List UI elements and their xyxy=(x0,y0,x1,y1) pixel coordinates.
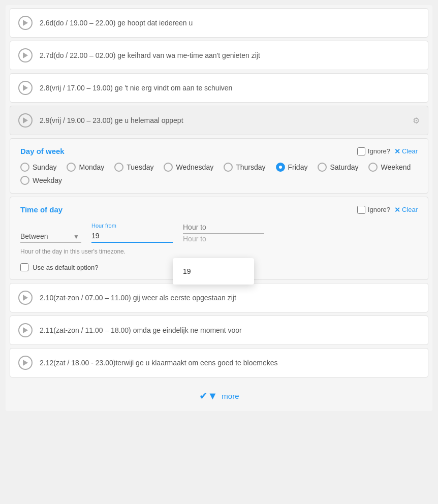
time-inputs-row: Between Before After ▼ Hour from 19 Hour… xyxy=(20,221,418,243)
time-clear-label: Clear xyxy=(402,206,418,213)
time-ignore-label[interactable]: Ignore? xyxy=(357,206,390,214)
list-item-item-2-7[interactable]: 2.7d(do / 22.00 – 02.00) ge keihard van … xyxy=(10,41,428,70)
hour-from-label: Hour from xyxy=(91,223,173,229)
hour-from-field: Hour from 19 xyxy=(91,223,173,243)
hour-from-input[interactable] xyxy=(91,230,173,243)
radio-sunday[interactable] xyxy=(20,163,29,172)
radio-weekday[interactable] xyxy=(20,176,29,185)
gear-icon[interactable]: ⚙ xyxy=(413,116,420,125)
time-of-day-title: Time of day xyxy=(20,205,357,214)
svg-marker-2 xyxy=(23,85,28,91)
list-item-item-2-8[interactable]: 2.8(vrij / 17.00 – 19.00) ge 't nie erg … xyxy=(10,73,428,103)
svg-marker-3 xyxy=(23,117,28,123)
play-icon xyxy=(18,356,33,370)
day-clear-button[interactable]: ✕ Clear xyxy=(394,147,418,155)
list-item-text: 2.8(vrij / 17.00 – 19.00) ge 't nie erg … xyxy=(40,84,420,92)
hour-to-field: Hour to xyxy=(183,221,264,243)
list-item-text: 2.7d(do / 22.00 – 02.00) ge keihard van … xyxy=(40,51,420,59)
svg-marker-0 xyxy=(23,20,28,26)
play-icon xyxy=(18,323,33,337)
radio-label-text-friday: Friday xyxy=(288,163,308,171)
svg-marker-5 xyxy=(23,327,28,333)
radio-label-weekend[interactable]: Weekend xyxy=(368,163,411,172)
more-button[interactable]: ✔▼ more xyxy=(6,381,432,411)
more-icon: ✔▼ xyxy=(199,390,218,402)
time-ignore-checkbox[interactable] xyxy=(357,206,365,214)
hour-dropdown-item-19[interactable]: 19 xyxy=(173,262,254,280)
play-icon xyxy=(18,81,33,95)
play-icon xyxy=(18,291,33,305)
day-radio-group: SundayMondayTuesdayWednesdayThursdayFrid… xyxy=(20,163,418,185)
day-ignore-text: Ignore? xyxy=(368,147,390,155)
top-items-list: 2.6d(do / 19.00 – 22.00) ge hoopt dat ie… xyxy=(6,8,432,135)
radio-label-saturday[interactable]: Saturday xyxy=(318,163,358,172)
day-clear-x-icon: ✕ xyxy=(394,147,400,155)
hour-to-input[interactable] xyxy=(183,221,264,234)
radio-label-text-sunday: Sunday xyxy=(33,163,56,171)
list-item-item-2-6[interactable]: 2.6d(do / 19.00 – 22.00) ge hoopt dat ie… xyxy=(10,8,428,38)
more-label: more xyxy=(222,392,239,400)
radio-label-text-tuesday: Tuesday xyxy=(127,163,153,171)
svg-marker-4 xyxy=(23,295,28,301)
radio-label-text-thursday: Thursday xyxy=(236,163,265,171)
list-item-text: 2.10(zat-zon / 07.00 – 11.00) gij weer a… xyxy=(40,294,420,302)
default-option-checkbox[interactable] xyxy=(20,263,28,271)
time-of-day-controls: Ignore? ✕ Clear xyxy=(357,206,418,214)
time-clear-x-icon: ✕ xyxy=(394,206,400,214)
radio-label-monday[interactable]: Monday xyxy=(67,163,104,172)
hour-dropdown-popup: 19 xyxy=(173,258,254,285)
between-select-wrapper: Between Before After ▼ xyxy=(20,230,81,243)
radio-monday[interactable] xyxy=(67,163,76,172)
radio-weekend[interactable] xyxy=(368,163,378,172)
svg-marker-6 xyxy=(23,360,28,366)
day-clear-label: Clear xyxy=(402,147,418,155)
day-of-week-header: Day of week Ignore? ✕ Clear xyxy=(20,147,418,155)
list-item-text: 2.9(vrij / 19.00 – 23.00) ge u helemaal … xyxy=(40,116,405,124)
radio-saturday[interactable] xyxy=(318,163,327,172)
list-item-text: 2.11(zat-zon / 11.00 – 18.00) omda ge ei… xyxy=(40,326,420,334)
day-of-week-controls: Ignore? ✕ Clear xyxy=(357,147,418,155)
day-ignore-checkbox[interactable] xyxy=(357,147,365,155)
between-select-inner[interactable]: Between Before After ▼ xyxy=(20,230,81,243)
radio-label-text-weekend: Weekend xyxy=(381,163,411,171)
radio-label-weekday[interactable]: Weekday xyxy=(20,176,62,185)
radio-tuesday[interactable] xyxy=(114,163,123,172)
play-icon xyxy=(18,48,33,62)
list-item-text: 2.6d(do / 19.00 – 22.00) ge hoopt dat ie… xyxy=(40,19,420,27)
radio-friday[interactable] xyxy=(276,163,285,172)
timezone-note: Hour of the day in this user's timezone. xyxy=(20,248,418,255)
main-container: 2.6d(do / 19.00 – 22.00) ge hoopt dat ie… xyxy=(6,5,432,411)
hour-to-label: Hour to xyxy=(183,235,264,243)
time-clear-button[interactable]: ✕ Clear xyxy=(394,206,418,214)
day-of-week-title: Day of week xyxy=(20,147,357,155)
day-ignore-label[interactable]: Ignore? xyxy=(357,147,390,155)
day-of-week-section: Day of week Ignore? ✕ Clear SundayMonday… xyxy=(10,138,428,194)
list-item-item-2-11[interactable]: 2.11(zat-zon / 11.00 – 18.00) omda ge ei… xyxy=(10,316,428,345)
list-item-text: 2.12(zat / 18.00 - 23.00)terwijl ge u kl… xyxy=(40,359,420,367)
radio-label-sunday[interactable]: Sunday xyxy=(20,163,56,172)
time-of-day-header: Time of day Ignore? ✕ Clear xyxy=(20,205,418,214)
play-icon xyxy=(18,16,33,30)
radio-label-text-monday: Monday xyxy=(79,163,104,171)
radio-label-thursday[interactable]: Thursday xyxy=(224,163,265,172)
between-select[interactable]: Between Before After xyxy=(20,230,81,243)
list-item-item-2-9[interactable]: 2.9(vrij / 19.00 – 23.00) ge u helemaal … xyxy=(10,106,428,135)
radio-label-tuesday[interactable]: Tuesday xyxy=(114,163,153,172)
list-item-item-2-12[interactable]: 2.12(zat / 18.00 - 23.00)terwijl ge u kl… xyxy=(10,348,428,377)
radio-label-text-wednesday: Wednesday xyxy=(176,163,213,171)
default-option-text: Use as default option? xyxy=(33,264,98,271)
radio-label-wednesday[interactable]: Wednesday xyxy=(164,163,213,172)
time-of-day-section: Time of day Ignore? ✕ Clear Between Befo… xyxy=(10,197,428,280)
play-icon xyxy=(18,113,33,128)
svg-marker-1 xyxy=(23,52,28,58)
time-ignore-text: Ignore? xyxy=(368,206,390,213)
radio-label-text-saturday: Saturday xyxy=(330,163,358,171)
radio-thursday[interactable] xyxy=(224,163,233,172)
radio-label-text-weekday: Weekday xyxy=(33,176,62,184)
late-items-list: 2.10(zat-zon / 07.00 – 11.00) gij weer a… xyxy=(6,283,432,377)
list-item-item-2-10[interactable]: 2.10(zat-zon / 07.00 – 11.00) gij weer a… xyxy=(10,283,428,312)
radio-wednesday[interactable] xyxy=(164,163,173,172)
radio-label-friday[interactable]: Friday xyxy=(276,163,308,172)
